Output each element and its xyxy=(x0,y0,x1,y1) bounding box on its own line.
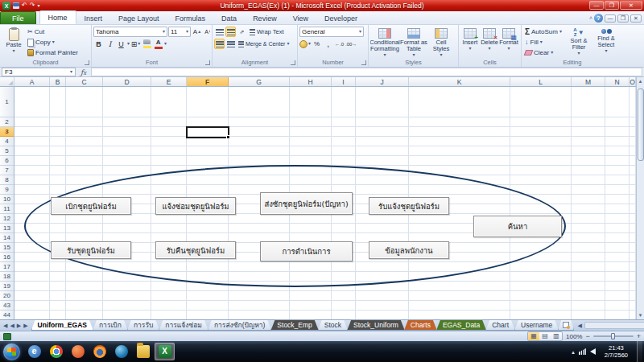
column-header-k[interactable]: K xyxy=(409,77,510,86)
ribbon-tab-data[interactable]: Data xyxy=(213,12,245,24)
comma-style-button[interactable]: , xyxy=(323,39,333,49)
blue-app-icon[interactable] xyxy=(111,343,131,360)
row-header-2[interactable]: 2 xyxy=(0,117,14,127)
horizontal-scrollbar[interactable]: ◀ ▶ xyxy=(574,320,644,331)
selected-cell-F3[interactable] xyxy=(186,126,229,138)
save-icon[interactable] xyxy=(13,2,19,9)
column-header-f[interactable]: F xyxy=(187,77,229,86)
row-header-15[interactable]: 15 xyxy=(0,243,14,253)
canvas-button-row2-3[interactable]: การดำเนินการ xyxy=(260,241,353,261)
insert-cells-button[interactable]: + Insert ▾ xyxy=(460,27,480,51)
zoom-slider-thumb[interactable] xyxy=(611,333,615,339)
orientation-button[interactable]: ⇗ xyxy=(237,27,247,37)
clock[interactable]: 21:43 2/7/2560 xyxy=(600,344,633,359)
row-header-6[interactable]: 6 xyxy=(0,156,14,166)
zoom-level[interactable]: 100% xyxy=(566,333,582,340)
sheet-tab-charts[interactable]: Charts xyxy=(404,320,437,331)
scroll-up-icon[interactable]: ▲ xyxy=(638,77,643,85)
ribbon-tab-insert[interactable]: Insert xyxy=(76,12,111,24)
row-header-10[interactable]: 10 xyxy=(0,195,14,204)
column-header-d[interactable]: D xyxy=(103,77,151,86)
sheet-tab-thai-2[interactable]: การรับ xyxy=(127,320,159,331)
scroll-down-icon[interactable]: ▼ xyxy=(638,311,643,319)
column-header-n[interactable]: N xyxy=(605,77,630,86)
align-center-button[interactable] xyxy=(225,39,236,49)
formula-input[interactable] xyxy=(91,68,642,76)
underline-button[interactable]: U xyxy=(116,39,126,49)
sheet-tab-chart[interactable]: Chart xyxy=(485,320,515,331)
insert-worksheet-tab[interactable] xyxy=(558,320,574,331)
canvas-search-button[interactable]: ค้นหา xyxy=(473,216,562,237)
ribbon-tab-home[interactable]: Home xyxy=(39,10,76,24)
row-header-1[interactable]: 1 xyxy=(0,87,14,117)
ribbon-tab-view[interactable]: View xyxy=(285,12,316,24)
column-header-m[interactable]: M xyxy=(572,77,605,86)
canvas-button-row1-3[interactable]: ส่งซักชุดยูนิฟอร์ม(ปัญหา) xyxy=(260,192,353,215)
clear-button[interactable]: Clear ▾ xyxy=(523,47,565,58)
fill-button[interactable]: ↓ Fill ▾ xyxy=(523,37,565,47)
vertical-scrollbar[interactable]: ▲ ▼ xyxy=(636,77,644,319)
copy-button[interactable]: Copy ▾ xyxy=(26,37,80,47)
collapse-ribbon-icon[interactable]: ˄ xyxy=(589,15,592,21)
ribbon-tab-file[interactable]: File xyxy=(0,11,36,24)
row-header-17[interactable]: 17 xyxy=(0,262,14,272)
ribbon-tab-review[interactable]: Review xyxy=(245,12,285,24)
workbook-minimize-button[interactable]: — xyxy=(605,14,616,23)
row-header-11[interactable]: 11 xyxy=(0,204,14,214)
canvas-button-row1-2[interactable]: แจ้งซ่อมชุดยูนิฟอร์ม xyxy=(155,197,236,215)
zoom-slider[interactable] xyxy=(593,335,634,337)
merge-center-button[interactable]: Merge & Center ▾ xyxy=(237,39,291,49)
macro-ready-indicator[interactable] xyxy=(3,333,11,340)
alignment-dialog-launcher[interactable] xyxy=(291,60,295,65)
autosum-button[interactable]: Σ AutoSum ▾ xyxy=(523,27,565,37)
cut-button[interactable]: ✂ Cut xyxy=(26,27,80,37)
windows-explorer-icon[interactable] xyxy=(133,343,153,360)
cell-styles-button[interactable]: Cell Styles ▾ xyxy=(428,27,454,57)
canvas-button-row2-2[interactable]: รับคืนชุดยูนิฟอร์ม xyxy=(155,241,236,259)
workbook-restore-button[interactable]: ❐ xyxy=(617,14,629,23)
paste-button[interactable]: Paste ▾ xyxy=(2,27,26,53)
row-header-20[interactable]: 20 xyxy=(0,291,14,301)
redo-icon[interactable]: ↷ xyxy=(30,2,35,10)
workbook-close-button[interactable]: ✕ xyxy=(630,14,642,23)
column-header-c[interactable]: C xyxy=(66,77,103,86)
number-format-select[interactable]: General ▾ xyxy=(299,27,364,37)
shrink-font-button[interactable]: A▾ xyxy=(203,27,210,37)
last-sheet-icon[interactable]: ▶ xyxy=(23,323,27,329)
excel-icon[interactable]: X xyxy=(155,343,175,360)
row-header-9[interactable]: 9 xyxy=(0,185,14,195)
align-left-button[interactable] xyxy=(214,39,225,49)
sheet-tab-thai-1[interactable]: การเบิก xyxy=(93,320,128,331)
sheet-tab-egas-data[interactable]: EGAS_Data xyxy=(436,320,486,331)
font-dialog-launcher[interactable] xyxy=(205,60,210,65)
first-sheet-icon[interactable]: ◀ xyxy=(3,323,7,329)
qat-customize-icon[interactable]: ▾ xyxy=(37,2,39,10)
format-as-table-button[interactable]: Format as Table ▾ xyxy=(399,27,428,57)
column-header-a[interactable]: A xyxy=(14,77,50,86)
font-color-button[interactable]: A xyxy=(153,39,163,49)
column-header-j[interactable]: J xyxy=(356,77,409,86)
column-header-l[interactable]: L xyxy=(510,77,572,86)
decrease-decimal-button[interactable]: .00→ xyxy=(345,39,357,49)
increase-decimal-button[interactable]: ←.0 xyxy=(334,39,345,49)
ribbon-tab-page-layout[interactable]: Page Layout xyxy=(110,12,167,24)
canvas-button-row1-4[interactable]: รับแจ้งชุดยูนิฟอร์ม xyxy=(369,197,449,215)
network-icon[interactable] xyxy=(579,348,586,355)
restore-button[interactable]: ❐ xyxy=(605,1,619,10)
row-header-13[interactable]: 13 xyxy=(0,224,14,233)
align-top-button[interactable] xyxy=(214,27,225,37)
close-button[interactable]: ✕ xyxy=(620,1,642,10)
fill-color-button[interactable] xyxy=(142,39,152,49)
sheet-tab-stock-emp[interactable]: Stock_Emp xyxy=(270,320,318,331)
normal-view-button[interactable]: ▦ xyxy=(528,332,539,340)
row-header-8[interactable]: 8 xyxy=(0,175,14,185)
start-button[interactable] xyxy=(3,343,20,360)
row-header-3[interactable]: 3 xyxy=(0,127,14,137)
ribbon-tab-formulas[interactable]: Formulas xyxy=(167,12,214,24)
row-header-12[interactable]: 12 xyxy=(0,214,14,224)
italic-button[interactable]: I xyxy=(105,39,115,49)
ribbon-tab-developer[interactable]: Developer xyxy=(316,12,365,24)
row-header-18[interactable]: 18 xyxy=(0,272,14,282)
delete-cells-button[interactable]: × Delete ▾ xyxy=(480,27,499,51)
insert-function-icon[interactable]: ƒx xyxy=(77,68,89,76)
